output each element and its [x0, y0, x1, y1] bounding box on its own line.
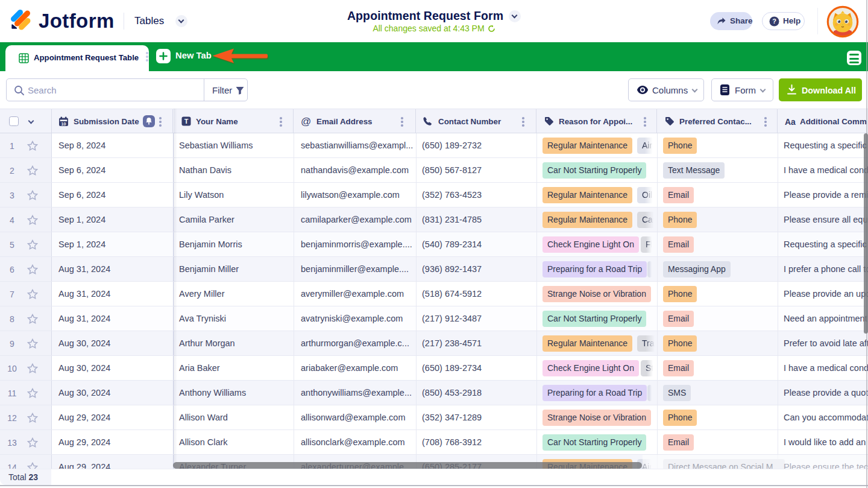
- svg-text:T: T: [184, 118, 189, 125]
- svg-text:10: 10: [61, 122, 66, 126]
- svg-text:?: ?: [772, 17, 776, 25]
